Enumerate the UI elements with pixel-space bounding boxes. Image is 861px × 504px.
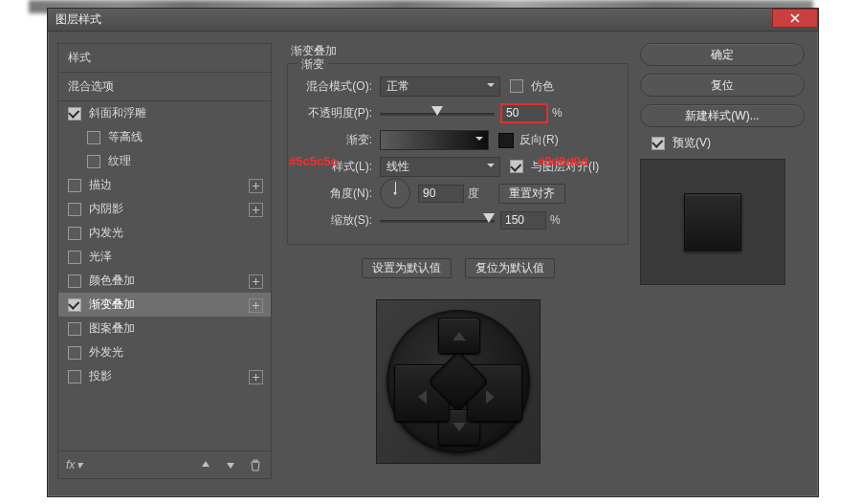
style-label: 纹理 [108, 153, 131, 169]
checkbox-inner-glow[interactable] [68, 227, 81, 240]
dialog-buttons-panel: 确定 复位 新建样式(W)... 预览(V) [634, 32, 818, 497]
align-label: 与图层对齐(I) [531, 159, 599, 175]
style-item-contour[interactable]: 等高线 [58, 125, 271, 149]
style-label: 等高线 [108, 129, 143, 145]
opacity-label: 不透明度(P): [296, 105, 380, 121]
window-title: 图层样式 [55, 11, 101, 28]
align-checkbox[interactable] [510, 160, 523, 173]
gradient-overlay-settings: 渐变叠加 渐变 混合模式(O): 正常 仿色 不透明度(P): [281, 32, 634, 497]
gradient-swatch[interactable] [380, 130, 489, 150]
fx-label[interactable]: fx [66, 458, 75, 471]
style-label: 内阴影 [89, 201, 123, 217]
blend-options-heading[interactable]: 混合选项 [58, 73, 271, 100]
close-icon [790, 13, 800, 23]
style-label: 图案叠加 [89, 320, 135, 337]
style-item-color-overlay[interactable]: 颜色叠加 [58, 269, 271, 293]
scale-slider[interactable] [380, 211, 495, 229]
add-instance-icon[interactable] [249, 298, 263, 313]
move-up-icon[interactable] [198, 457, 213, 472]
styles-panel: 样式 混合选项 斜面和浮雕 等高线 纹理 [48, 32, 281, 497]
checkbox-drop-shadow[interactable] [68, 370, 81, 383]
style-label: 颜色叠加 [89, 273, 135, 289]
move-down-icon[interactable] [223, 457, 238, 472]
blend-mode-select[interactable]: 正常 [380, 77, 500, 97]
checkbox-inner-shadow[interactable] [68, 203, 81, 216]
dpad-up [438, 318, 480, 354]
dither-label: 仿色 [531, 78, 554, 95]
style-item-outer-glow[interactable]: 外发光 [58, 340, 271, 364]
section-title: 渐变叠加 [287, 43, 629, 63]
dither-checkbox[interactable] [510, 79, 523, 93]
checkbox-stroke[interactable] [68, 179, 81, 192]
slider-thumb[interactable] [431, 106, 443, 121]
style-item-satin[interactable]: 光泽 [58, 245, 271, 269]
style-item-inner-glow[interactable]: 内发光 [58, 221, 271, 245]
chevron-down-icon [475, 137, 483, 144]
style-item-stroke[interactable]: 描边 [58, 173, 271, 197]
add-instance-icon[interactable] [249, 370, 263, 384]
new-style-button[interactable]: 新建样式(W)... [640, 104, 805, 127]
checkbox-outer-glow[interactable] [68, 346, 81, 360]
checkbox-pattern-overlay[interactable] [68, 322, 81, 336]
preview-label: 预览(V) [673, 135, 711, 151]
blend-mode-value: 正常 [386, 78, 409, 95]
style-item-inner-shadow[interactable]: 内阴影 [58, 197, 271, 221]
gradient-label: 渐变: [296, 132, 380, 148]
scale-label: 缩放(S): [296, 212, 380, 229]
style-label: 样式(L): [296, 159, 380, 175]
gradient-style-select[interactable]: 线性 [380, 157, 500, 177]
style-item-texture[interactable]: 纹理 [58, 149, 271, 173]
opacity-unit: % [552, 106, 563, 120]
preview-square [684, 193, 741, 251]
scale-unit: % [550, 213, 561, 227]
style-label: 投影 [89, 368, 112, 384]
scale-input[interactable]: 150 [500, 211, 546, 230]
ok-button[interactable]: 确定 [640, 43, 805, 66]
trash-icon[interactable] [248, 457, 263, 472]
opacity-input[interactable]: 50 [500, 103, 548, 123]
style-preview-swatch [640, 159, 785, 285]
checkbox-bevel[interactable] [68, 107, 81, 121]
styles-footer: fx ▾ [58, 450, 271, 478]
style-label: 描边 [89, 177, 112, 193]
reset-default-button[interactable]: 复位为默认值 [465, 258, 555, 278]
style-item-drop-shadow[interactable]: 投影 [58, 364, 271, 388]
style-item-pattern-overlay[interactable]: 图案叠加 [58, 317, 271, 340]
checkbox-satin[interactable] [68, 251, 81, 264]
dpad-icon [386, 310, 530, 453]
reverse-label: 反向(R) [519, 132, 559, 148]
style-label: 渐变叠加 [89, 296, 135, 313]
reset-align-button[interactable]: 重置对齐 [498, 184, 565, 204]
preview-checkbox[interactable] [651, 137, 665, 150]
checkbox-contour[interactable] [87, 131, 100, 144]
styles-heading[interactable]: 样式 [58, 44, 271, 72]
reset-button[interactable]: 复位 [640, 74, 805, 97]
opacity-slider[interactable] [380, 104, 495, 121]
checkbox-texture[interactable] [87, 155, 100, 168]
titlebar[interactable]: 图层样式 [48, 9, 818, 32]
angle-input[interactable]: 90 [418, 185, 464, 203]
gradient-style-value: 线性 [386, 159, 409, 175]
chevron-down-icon [487, 83, 495, 91]
slider-thumb[interactable] [483, 213, 495, 229]
layer-style-dialog: 图层样式 样式 混合选项 斜面和浮雕 [47, 8, 819, 497]
style-label: 外发光 [89, 344, 123, 361]
add-instance-icon[interactable] [249, 179, 263, 193]
group-legend: 渐变 [298, 56, 328, 73]
style-item-bevel[interactable]: 斜面和浮雕 [58, 101, 271, 125]
reverse-checkbox[interactable] [498, 133, 512, 146]
add-instance-icon[interactable] [249, 274, 263, 289]
make-default-button[interactable]: 设置为默认值 [362, 258, 452, 278]
angle-label: 角度(N): [296, 186, 380, 202]
style-label: 光泽 [89, 249, 112, 265]
checkbox-gradient-overlay[interactable] [68, 298, 81, 312]
checkbox-color-overlay[interactable] [68, 274, 81, 288]
angle-dial[interactable] [380, 178, 410, 208]
add-instance-icon[interactable] [249, 203, 263, 217]
result-preview [376, 299, 541, 464]
blend-mode-label: 混合模式(O): [296, 78, 380, 95]
style-label: 内发光 [89, 225, 123, 241]
angle-unit: 度 [468, 186, 479, 202]
close-button[interactable] [772, 9, 818, 28]
style-item-gradient-overlay[interactable]: 渐变叠加 [58, 293, 271, 317]
